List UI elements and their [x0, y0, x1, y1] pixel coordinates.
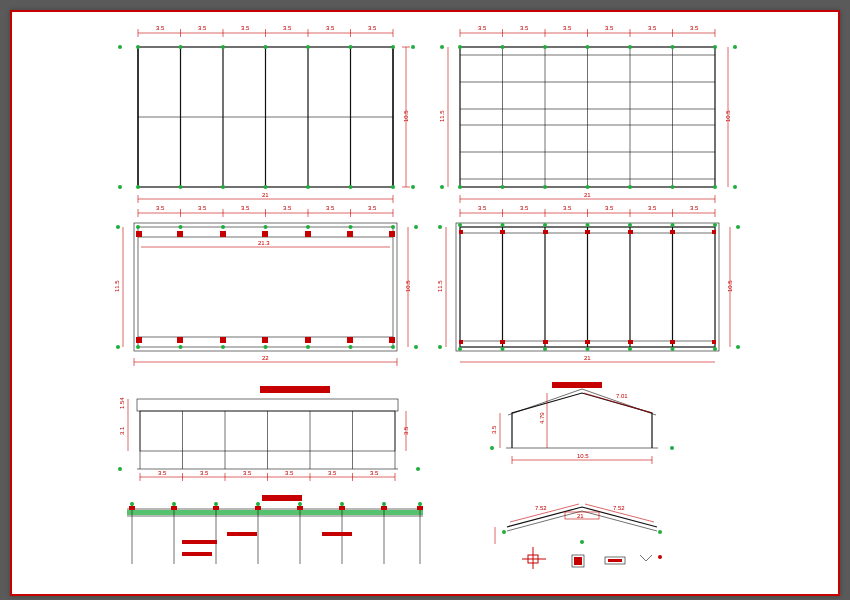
svg-rect-145 — [543, 230, 548, 234]
svg-rect-239 — [417, 506, 423, 510]
svg-point-12 — [264, 45, 268, 49]
svg-rect-233 — [171, 506, 177, 510]
e-b3: 3.5 — [285, 470, 294, 476]
svg-point-23 — [118, 45, 122, 49]
p3-b4: 3.5 — [326, 205, 335, 211]
svg-rect-236 — [297, 506, 303, 510]
svg-point-162 — [671, 223, 675, 227]
svg-point-218 — [490, 446, 494, 450]
svg-rect-155 — [670, 340, 675, 344]
svg-rect-264 — [608, 559, 622, 562]
svg-rect-93 — [347, 231, 353, 237]
svg-point-165 — [501, 347, 505, 351]
p3-ow: 22 — [262, 355, 269, 361]
svg-point-26 — [411, 185, 415, 189]
svg-point-16 — [136, 185, 140, 189]
p4-b0: 3.5 — [478, 205, 487, 211]
svg-rect-262 — [574, 557, 582, 565]
e-b0: 3.5 — [158, 470, 167, 476]
svg-rect-150 — [459, 340, 463, 344]
section: 7.01 3.5 4.79 10.5 — [490, 382, 674, 464]
plan1-dims-top — [138, 29, 393, 37]
p2-b4: 3.5 — [648, 25, 657, 31]
elev-eave: 3.1 — [119, 426, 125, 435]
plan-3: 3.5 3.5 3.5 3.5 3.5 3.5 21.3 22 11.5 10.… — [114, 205, 418, 366]
svg-point-110 — [179, 345, 183, 349]
svg-point-108 — [391, 225, 395, 229]
svg-rect-232 — [129, 506, 135, 510]
svg-point-60 — [458, 185, 462, 189]
svg-point-62 — [543, 185, 547, 189]
svg-point-104 — [221, 225, 225, 229]
p1-b2: 3.5 — [241, 25, 250, 31]
svg-point-250 — [382, 502, 386, 506]
svg-point-115 — [391, 345, 395, 349]
svg-rect-89 — [177, 231, 183, 237]
svg-rect-100 — [347, 337, 353, 343]
svg-rect-156 — [712, 340, 716, 344]
p1-b5: 3.5 — [368, 25, 377, 31]
svg-point-67 — [440, 45, 444, 49]
p4-b5: 3.5 — [690, 205, 699, 211]
svg-point-168 — [628, 347, 632, 351]
svg-point-266 — [658, 555, 662, 559]
sec-ridge: 4.79 — [539, 412, 545, 424]
p4-rd: 10.5 — [727, 280, 733, 292]
sec-span: 10.5 — [577, 453, 589, 459]
svg-point-158 — [501, 223, 505, 227]
svg-rect-240 — [182, 540, 217, 544]
drawing-sheet: 3.5 3.5 3.5 3.5 3.5 3.5 21 10.5 3.5 3.5 — [10, 10, 840, 596]
svg-point-13 — [306, 45, 310, 49]
svg-rect-154 — [628, 340, 633, 344]
p3-b5: 3.5 — [368, 205, 377, 211]
svg-rect-238 — [381, 506, 387, 510]
svg-rect-186 — [260, 386, 330, 393]
svg-rect-143 — [459, 230, 463, 234]
svg-point-256 — [580, 540, 584, 544]
svg-rect-243 — [182, 552, 212, 556]
plan-2: 3.5 3.5 3.5 3.5 3.5 3.5 21 11.5 10.5 — [439, 25, 737, 203]
svg-point-54 — [501, 45, 505, 49]
svg-rect-210 — [552, 382, 602, 388]
svg-point-161 — [628, 223, 632, 227]
svg-point-69 — [733, 45, 737, 49]
svg-point-14 — [349, 45, 353, 49]
svg-point-25 — [411, 45, 415, 49]
p3-b0: 3.5 — [156, 205, 165, 211]
svg-point-105 — [264, 225, 268, 229]
e-b4: 3.5 — [328, 470, 337, 476]
svg-point-244 — [130, 502, 134, 506]
p1-w: 21 — [262, 192, 269, 198]
svg-rect-187 — [137, 399, 398, 411]
p1-d: 10.5 — [403, 110, 409, 122]
svg-rect-95 — [136, 337, 142, 343]
svg-point-157 — [458, 223, 462, 227]
p1-b3: 3.5 — [283, 25, 292, 31]
svg-point-53 — [458, 45, 462, 49]
svg-point-164 — [458, 347, 462, 351]
p1-b1: 3.5 — [198, 25, 207, 31]
svg-rect-237 — [339, 506, 345, 510]
p3-iw: 21.3 — [258, 240, 270, 246]
svg-point-57 — [628, 45, 632, 49]
svg-point-113 — [306, 345, 310, 349]
svg-point-9 — [136, 45, 140, 49]
elev-rh: 3.5 — [403, 426, 409, 435]
p3-rd: 10.5 — [405, 280, 411, 292]
e-b5: 3.5 — [370, 470, 379, 476]
svg-point-22 — [391, 185, 395, 189]
sec-roof: 7.01 — [616, 393, 628, 399]
svg-point-70 — [733, 185, 737, 189]
p2-b5: 3.5 — [690, 25, 699, 31]
svg-point-248 — [298, 502, 302, 506]
p2-b1: 3.5 — [520, 25, 529, 31]
detail-strip — [127, 495, 423, 564]
svg-rect-92 — [305, 231, 311, 237]
p3-b1: 3.5 — [198, 205, 207, 211]
svg-rect-90 — [220, 231, 226, 237]
elev-par: 1.54 — [119, 397, 125, 409]
svg-rect-241 — [227, 532, 257, 536]
svg-point-209 — [416, 467, 420, 471]
svg-rect-144 — [500, 230, 505, 234]
svg-rect-91 — [262, 231, 268, 237]
